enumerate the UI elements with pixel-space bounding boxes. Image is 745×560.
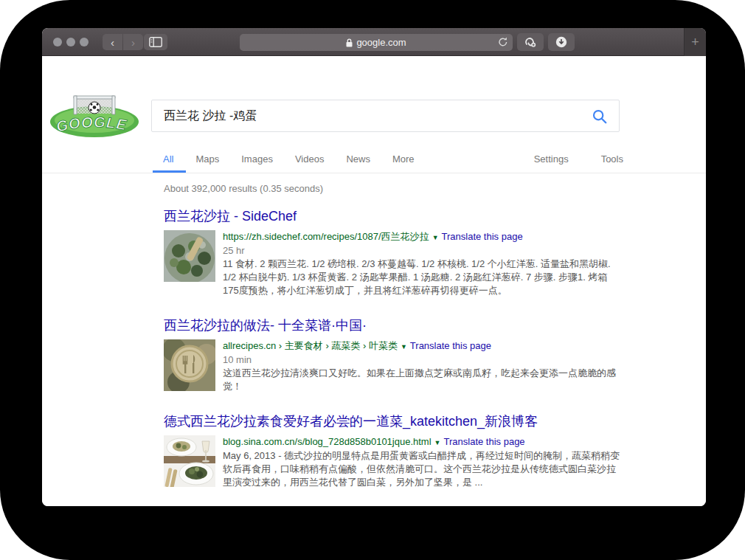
result-thumbnail-fork-logo[interactable] [164, 339, 215, 391]
close-window-button[interactable] [53, 38, 62, 46]
result-stats: About 392,000 results (0.35 seconds) [164, 183, 323, 194]
result-thumbnail-broccoli-bowl[interactable] [164, 230, 215, 282]
result-url: allrecipes.cn › 主要食材 › 蔬菜类 › 叶菜类 [223, 340, 398, 351]
reload-button[interactable] [497, 36, 509, 50]
tab-all[interactable]: All [163, 145, 184, 173]
result-dropdown-icon[interactable]: ▼ [434, 439, 441, 446]
result-meta: 25 hr [223, 244, 623, 257]
result-snippet: 11 食材. 2 颗西兰花. 1/2 磅培根. 2/3 杯蔓越莓. 1/2 杯核… [223, 257, 623, 297]
result-title-link[interactable]: 西兰花沙拉 - SideChef [164, 207, 623, 225]
results-list: 西兰花沙拉 - SideChef [164, 207, 623, 506]
back-button[interactable]: ‹ [103, 34, 122, 50]
result-url: blog.sina.com.cn/s/blog_728d858b0101jque… [223, 436, 432, 447]
translate-link[interactable]: Translate this page [442, 231, 523, 242]
minimize-window-button[interactable] [66, 38, 75, 46]
address-bar[interactable]: google.com [240, 34, 513, 51]
result-thumbnail-salad-plates[interactable] [164, 435, 215, 487]
google-doodle-logo[interactable]: GOOGLE [49, 91, 143, 139]
tab-images[interactable]: Images [230, 145, 284, 173]
result-item-3: 德式西兰花沙拉素食爱好者必尝的一道菜_katekitchen_新浪博客 [164, 412, 623, 489]
tab-more[interactable]: More [381, 145, 426, 173]
download-icon [555, 35, 568, 49]
result-item-1: 西兰花沙拉 - SideChef [164, 207, 623, 297]
forward-button[interactable]: › [123, 34, 143, 50]
result-url: https://zh.sidechef.com/recipes/1087/西兰花… [223, 231, 429, 242]
google-serp: GOOGLE 西兰花 沙拉 -鸡蛋 All Maps [42, 56, 706, 506]
result-dropdown-icon[interactable]: ▼ [401, 343, 407, 350]
result-item-2: 西兰花沙拉的做法- 十全菜谱·中国· [164, 317, 623, 393]
screenshot-stage: ‹ › g [0, 0, 745, 560]
downloads-button[interactable] [548, 33, 575, 51]
tools-menu[interactable]: Tools [601, 145, 623, 173]
zoom-window-button[interactable] [80, 38, 89, 46]
result-snippet: May 6, 2013 - 德式沙拉的明显特点是用蛋黄酱或白醋拌成，再经过短时间… [223, 449, 623, 489]
tab-maps[interactable]: Maps [184, 145, 230, 173]
browser-toolbar: ‹ › g [42, 28, 706, 56]
translate-link[interactable]: Translate this page [410, 340, 491, 351]
sidebar-button[interactable] [144, 34, 167, 50]
search-input[interactable]: 西兰花 沙拉 -鸡蛋 [152, 108, 619, 124]
result-snippet: 这道西兰花沙拉清淡爽口又好吃。如果在上面撒点芝麻或南瓜籽，吃起来会更添一点脆脆的… [223, 367, 623, 393]
search-icon[interactable] [592, 108, 608, 125]
safari-window: ‹ › g [42, 28, 706, 506]
translate-link[interactable]: Translate this page [444, 436, 525, 447]
new-tab-button[interactable]: + [684, 28, 706, 56]
extension-button[interactable] [517, 33, 544, 51]
extension-swirl-icon [524, 36, 537, 48]
settings-menu[interactable]: Settings [534, 145, 569, 173]
result-title-link[interactable]: 西兰花沙拉的做法- 十全菜谱·中国· [164, 317, 623, 334]
result-dropdown-icon[interactable]: ▼ [432, 234, 439, 241]
serp-tab-bar: All Maps Images Videos News More Setting… [42, 145, 706, 173]
lock-icon [346, 38, 353, 47]
tab-videos[interactable]: Videos [284, 145, 336, 173]
search-box[interactable]: 西兰花 沙拉 -鸡蛋 [151, 100, 620, 132]
result-meta: 10 min [223, 353, 623, 367]
tab-news[interactable]: News [335, 145, 381, 173]
url-text: google.com [356, 37, 406, 48]
sidebar-icon [149, 37, 162, 47]
result-title-link[interactable]: 德式西兰花沙拉素食爱好者必尝的一道菜_katekitchen_新浪博客 [164, 412, 623, 430]
